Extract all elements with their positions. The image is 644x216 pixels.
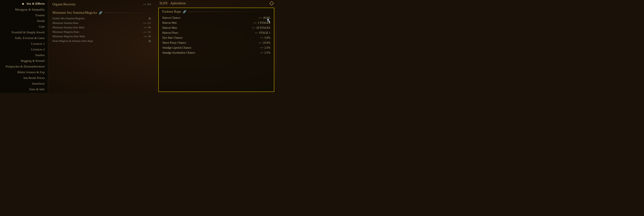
haircut-floor-row: Haircut Floor: ∞∞ STAGE 1: [162, 30, 270, 35]
fashion-divider: [188, 11, 270, 12]
infinity-icon-4: ∞∞: [143, 31, 146, 33]
sex-effects-icon: ◈: [21, 2, 25, 6]
min-magicka-rate-value[interactable]: ∞∞ 1.5: [143, 30, 151, 33]
sidebar-item-licences2[interactable]: Licences 2: [0, 47, 48, 52]
min-magicka-rate-mult-value[interactable]: ∞∞ 50: [144, 35, 151, 38]
min-stamina-rate-value[interactable]: ∞∞ 2.5: [143, 21, 151, 24]
infinity-icon-2: ∞∞: [143, 22, 146, 24]
sidebar-item-inn[interactable]: Inn Room Prices: [0, 75, 48, 81]
smudge-eyeshadow-chance-value[interactable]: ∞∞ 2.5%: [260, 51, 270, 54]
infinity-icon-f5: ∞∞: [260, 36, 264, 39]
left-panel: Orgasm Recovery ∞∞ 0.8 Minimum Sex Stami…: [48, 0, 155, 93]
min-magicka-rate-mult-row: Minimum Magicka Rate Mult: ∞∞ 50: [52, 34, 151, 39]
orgasm-recovery-row: Orgasm Recovery ∞∞ 0.8: [52, 2, 151, 8]
shave-pussy-chance-label: Shave Pussy Chance:: [162, 41, 187, 44]
min-stamina-rate-label: Minimum Stamina Rate:: [52, 21, 79, 24]
haircut-chance-label: Haircut Chance:: [162, 16, 181, 19]
smudge-eyeshadow-chance-row: Smudge Eyeshadow Chance: ∞∞ 2.5%: [162, 50, 270, 55]
sidebar-item-stats[interactable]: Stats & Info: [0, 87, 48, 92]
infinity-icon-f4: ∞∞: [255, 31, 258, 34]
haircut-max-value[interactable]: ∞∞ 10 STAGES: [252, 26, 270, 29]
sidebar-item-begging[interactable]: Begging & Kennel: [0, 58, 48, 64]
infinity-icon-f7: ∞∞: [260, 46, 264, 49]
min-sex-title: Minimum Sex Stamina/Magicka: [52, 11, 97, 14]
min-magicka-rate-label: Minimum Magicka Rate:: [52, 30, 80, 33]
infinity-icon-f6: ∞∞: [258, 41, 262, 44]
sidebar-item-trauma[interactable]: Trauma: [0, 12, 48, 18]
sidebar-item-needs[interactable]: Needs: [0, 18, 48, 24]
sidebar: ◈ Sex & Effects Misogyny & Inequality Tr…: [0, 0, 48, 93]
slen-label-group: SLEN Aphrodisiac: [160, 1, 186, 5]
infinity-icon-f3: ∞∞: [252, 26, 255, 29]
dye-hair-chance-row: Dye Hair Chance: ∞∞ 5.0%: [162, 35, 270, 40]
shave-pussy-chance-row: Shave Pussy Chance: ∞∞ 25.0%: [162, 40, 270, 45]
orgasm-recovery-label: Orgasm Recovery: [52, 2, 76, 6]
sidebar-item-frostfall[interactable]: Frostfall & Simply Knock: [0, 29, 48, 35]
fashion-title: Fashion Rape: [162, 10, 181, 13]
orgasm-recovery-value: ∞∞ 0.8: [143, 3, 151, 6]
smudge-lipstick-chance-value[interactable]: ∞∞ 2.5%: [260, 46, 270, 49]
sidebar-item-sex-effects[interactable]: ◈ Sex & Effects: [0, 1, 48, 7]
sidebar-bottom: ∨: [0, 92, 48, 93]
enable-min-stamina-value[interactable]: ⊠: [148, 17, 151, 20]
slen-row: SLEN Aphrodisiac: [155, 0, 278, 6]
sidebar-item-cum[interactable]: Cum: [0, 24, 48, 29]
haircut-min-value[interactable]: ∞∞ 1 STAGES: [253, 21, 270, 24]
drain-magicka-value[interactable]: ⊠: [148, 39, 151, 43]
min-stamina-rate-mult-row: Minimum Stamina Rate Mult: ∞∞ 60: [52, 25, 151, 30]
min-magicka-rate-mult-label: Minimum Magicka Rate Mult:: [52, 35, 86, 38]
sidebar-item-interfaces[interactable]: Interfaces: [0, 81, 48, 87]
slen-sublabel: Aphrodisiac: [170, 1, 186, 5]
shave-pussy-chance-value[interactable]: ∞∞ 25.0%: [258, 41, 270, 44]
infinity-icon-f1: ∞∞: [258, 16, 262, 19]
min-magicka-rate-row: Minimum Magicka Rate: ∞∞ 1.5: [52, 30, 151, 34]
right-area: SLEN Aphrodisiac Fashion Rape 🔗 Haircut …: [155, 0, 278, 93]
sidebar-item-pickpocket[interactable]: Pickpocket & Dismemberment: [0, 64, 48, 69]
infinity-icon-f8: ∞∞: [260, 51, 264, 54]
main-content: Orgasm Recovery ∞∞ 0.8 Minimum Sex Stami…: [48, 0, 278, 93]
infinity-icon-f2: ∞∞: [253, 21, 257, 24]
min-stamina-rate-mult-value[interactable]: ∞∞ 60: [144, 26, 151, 29]
sidebar-item-tolls[interactable]: Tolls, Eviction & Gates: [0, 35, 48, 41]
checkbox-icon[interactable]: ⊠: [148, 17, 151, 20]
haircut-floor-label: Haircut Floor:: [162, 31, 178, 34]
enable-min-stamina-row: Enable Min Stamina/Magicka ⊠: [52, 16, 151, 21]
haircut-floor-value[interactable]: ∞∞ STAGE 1: [255, 31, 270, 34]
dye-hair-chance-label: Dye Hair Chance:: [162, 36, 183, 39]
infinity-icon-3: ∞∞: [144, 26, 147, 29]
min-stamina-rate-row: Minimum Stamina Rate: ∞∞ 2.5: [52, 21, 151, 25]
min-stamina-rate-mult-label: Minimum Stamina Rate Mult:: [52, 26, 85, 29]
drain-magicka-label: Drain Magicka & Stamina After Rape: [52, 39, 93, 42]
haircut-chance-row: Haircut Chance: ∞∞ 20.0%: [162, 15, 270, 20]
haircut-chance-value[interactable]: ∞∞ 20.0%: [258, 16, 270, 19]
smudge-eyeshadow-chance-label: Smudge Eyeshadow Chance:: [162, 51, 196, 54]
sidebar-item-licences1[interactable]: Licences 1: [0, 41, 48, 47]
smudge-lipstick-chance-row: Smudge Lipstick Chance: ∞∞ 2.5%: [162, 45, 270, 50]
sidebar-item-misogyny[interactable]: Misogyny & Inequality: [0, 7, 48, 12]
fashion-header: Fashion Rape 🔗: [162, 10, 270, 15]
sidebar-item-bikini[interactable]: Bikini Armors & Exp: [0, 69, 48, 75]
fashion-rape-panel: Fashion Rape 🔗 Haircut Chance: ∞∞ 20.0% …: [158, 8, 274, 92]
smudge-lipstick-chance-label: Smudge Lipstick Chance:: [162, 46, 192, 49]
haircut-max-row: Haircut Max: ∞∞ 10 STAGES: [162, 25, 270, 30]
enable-min-stamina-label: Enable Min Stamina/Magicka: [52, 17, 84, 20]
haircut-min-row: Haircut Min: ∞∞ 1 STAGES: [162, 20, 270, 25]
min-sex-section-header: Minimum Sex Stamina/Magicka 🔗: [52, 8, 151, 16]
drain-magicka-row: Drain Magicka & Stamina After Rape ⊠: [52, 39, 151, 43]
fashion-link-icon[interactable]: 🔗: [183, 10, 186, 13]
haircut-max-label: Haircut Max:: [162, 26, 178, 29]
link-icon[interactable]: 🔗: [99, 11, 102, 14]
checkbox-icon-2[interactable]: ⊠: [148, 39, 151, 43]
infinity-icon: ∞∞: [143, 3, 146, 6]
dye-hair-chance-value[interactable]: ∞∞ 5.0%: [260, 36, 270, 39]
haircut-min-label: Haircut Min:: [162, 21, 177, 24]
slen-label: SLEN: [160, 1, 168, 5]
diamond-icon[interactable]: [269, 1, 274, 5]
infinity-icon-5: ∞∞: [144, 35, 147, 38]
sidebar-item-stashes[interactable]: Stashes: [0, 52, 48, 58]
